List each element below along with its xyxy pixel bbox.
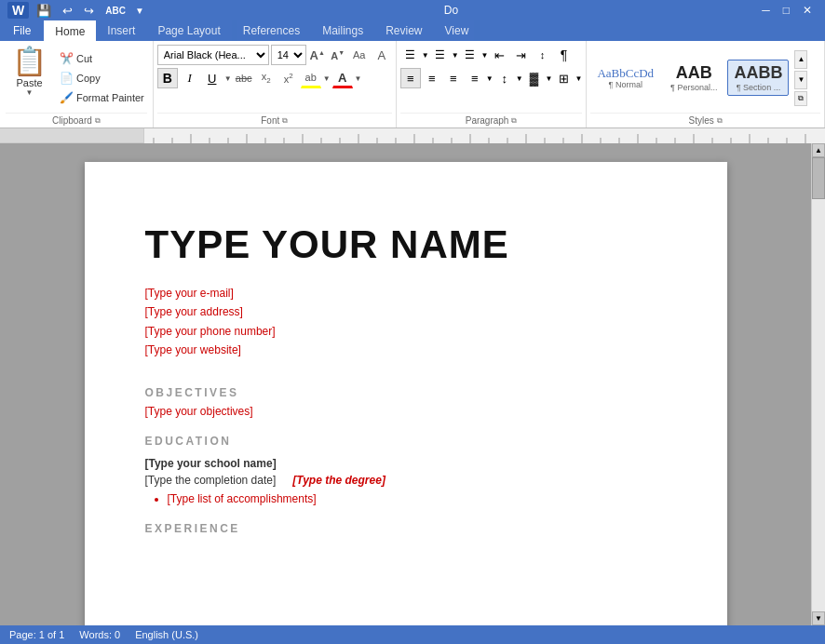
tab-insert[interactable]: Insert bbox=[96, 20, 146, 41]
education-heading: EDUCATION bbox=[145, 435, 667, 448]
font-expand-icon[interactable]: ⧉ bbox=[282, 116, 288, 126]
quick-undo-btn[interactable]: ↩ bbox=[59, 3, 76, 19]
tab-mailings[interactable]: Mailings bbox=[311, 20, 374, 41]
shading-dropdown[interactable]: ▼ bbox=[546, 74, 553, 83]
numbering-dropdown[interactable]: ▼ bbox=[452, 51, 459, 60]
align-center-btn[interactable]: ≡ bbox=[422, 68, 442, 88]
underline-dropdown[interactable]: ▼ bbox=[224, 74, 232, 83]
paste-icon: 📋 bbox=[12, 47, 47, 75]
cut-button[interactable]: ✂️ Cut bbox=[57, 50, 147, 67]
paste-dropdown-icon: ▼ bbox=[26, 88, 34, 97]
doc-scroll-area[interactable]: TYPE YOUR NAME [Type your e-mail] [Type … bbox=[0, 143, 811, 625]
scroll-track[interactable] bbox=[812, 157, 825, 611]
vertical-scrollbar[interactable]: ▲ ▼ bbox=[811, 143, 825, 625]
tab-view[interactable]: View bbox=[434, 20, 480, 41]
style-normal[interactable]: AaBbCcDd ¶ Normal bbox=[590, 62, 660, 94]
show-formatting-btn[interactable]: ¶ bbox=[554, 45, 575, 65]
clipboard-group: 📋 Paste ▼ ✂️ Cut 📄 Copy 🖌️ Format Painte… bbox=[0, 41, 154, 127]
style-normal-preview: AaBbCcDd bbox=[597, 66, 654, 81]
subscript-btn[interactable]: x2 bbox=[256, 68, 277, 88]
styles-expand-icon[interactable]: ⧉ bbox=[717, 116, 723, 126]
multilevel-dropdown[interactable]: ▼ bbox=[481, 51, 489, 60]
format-painter-icon: 🖌️ bbox=[60, 91, 74, 104]
scroll-up-btn[interactable]: ▲ bbox=[812, 143, 825, 157]
tab-file[interactable]: File bbox=[0, 20, 44, 41]
bullets-dropdown[interactable]: ▼ bbox=[422, 51, 429, 60]
font-group: Arial Black (Hea... 14 A▲ A▼ Aa A B I U … bbox=[154, 41, 397, 127]
copy-button[interactable]: 📄 Copy bbox=[57, 70, 147, 87]
quick-spellcheck-btn[interactable]: ABC bbox=[101, 5, 129, 17]
scroll-thumb[interactable] bbox=[812, 157, 825, 199]
font-group-label: Font ⧉ bbox=[157, 113, 392, 127]
bold-btn[interactable]: B bbox=[157, 68, 178, 88]
font-name-select[interactable]: Arial Black (Hea... bbox=[157, 45, 269, 65]
superscript-btn[interactable]: x2 bbox=[278, 68, 299, 88]
address-placeholder: [Type your address] bbox=[145, 302, 667, 321]
clear-format-btn[interactable]: A bbox=[372, 45, 392, 65]
borders-dropdown[interactable]: ▼ bbox=[575, 74, 583, 83]
format-painter-label: Format Painter bbox=[76, 92, 144, 103]
tab-references[interactable]: References bbox=[232, 20, 311, 41]
font-grow-btn[interactable]: A▲ bbox=[308, 45, 327, 65]
strikethrough-btn[interactable]: abc bbox=[234, 68, 254, 88]
styles-group-label: Styles ⧉ bbox=[590, 113, 820, 127]
styles-scroll-down[interactable]: ▼ bbox=[794, 71, 807, 89]
tab-pagelayout[interactable]: Page Layout bbox=[146, 20, 231, 41]
quick-save-btn[interactable]: 💾 bbox=[33, 3, 55, 19]
increase-indent-btn[interactable]: ⇥ bbox=[511, 45, 532, 65]
fontcolor-dropdown[interactable]: ▼ bbox=[355, 74, 362, 83]
format-painter-button[interactable]: 🖌️ Format Painter bbox=[57, 89, 147, 106]
line-spacing-btn[interactable]: ↕ bbox=[494, 68, 515, 88]
bullets-btn[interactable]: ☰ bbox=[400, 45, 421, 65]
ruler-area bbox=[0, 128, 825, 143]
linespace-dropdown[interactable]: ▼ bbox=[516, 74, 523, 83]
font-case-btn[interactable]: Aa bbox=[349, 45, 370, 65]
word-logo: W bbox=[7, 2, 29, 19]
close-btn[interactable]: ✕ bbox=[797, 4, 818, 17]
shading-btn[interactable]: ▓ bbox=[524, 68, 545, 88]
style-nospacing-preview: AAB bbox=[676, 63, 712, 84]
style-no-spacing[interactable]: AAB ¶ Personal... bbox=[664, 60, 724, 97]
accomplishments-list: [Type list of accomplishments] bbox=[168, 492, 667, 505]
font-size-select[interactable]: 14 bbox=[271, 45, 306, 65]
document-page: TYPE YOUR NAME [Type your e-mail] [Type … bbox=[85, 162, 727, 625]
justify-btn[interactable]: ≡ bbox=[465, 68, 485, 88]
align-left-btn[interactable]: ≡ bbox=[400, 68, 421, 88]
experience-heading: EXPERIENCE bbox=[145, 522, 667, 535]
word-count: Words: 0 bbox=[79, 629, 120, 640]
highlight-dropdown[interactable]: ▼ bbox=[323, 74, 331, 83]
tab-review[interactable]: Review bbox=[374, 20, 433, 41]
text-highlight-btn[interactable]: ab bbox=[301, 68, 321, 88]
scroll-down-btn[interactable]: ▼ bbox=[812, 611, 825, 625]
quick-redo-btn[interactable]: ↪ bbox=[80, 3, 98, 19]
font-shrink-btn[interactable]: A▼ bbox=[329, 45, 347, 65]
website-placeholder: [Type your website] bbox=[145, 341, 667, 359]
style-section-preview: AABB bbox=[734, 63, 782, 84]
tab-home[interactable]: Home bbox=[44, 20, 96, 41]
decrease-indent-btn[interactable]: ⇤ bbox=[490, 45, 510, 65]
style-normal-label: ¶ Normal bbox=[609, 80, 642, 89]
styles-more[interactable]: ⧉ bbox=[794, 91, 807, 106]
font-color-btn[interactable]: A bbox=[332, 68, 353, 88]
borders-btn[interactable]: ⊞ bbox=[554, 68, 575, 88]
maximize-btn[interactable]: □ bbox=[778, 4, 795, 17]
minimize-btn[interactable]: ─ bbox=[756, 4, 776, 17]
objectives-content: [Type your objectives] bbox=[145, 405, 667, 418]
multilevel-btn[interactable]: ☰ bbox=[460, 45, 480, 65]
styles-group: AaBbCcDd ¶ Normal AAB ¶ Personal... AABB… bbox=[587, 41, 825, 127]
numbering-btn[interactable]: ☰ bbox=[430, 45, 451, 65]
quick-more-btn[interactable]: ▼ bbox=[133, 5, 146, 17]
styles-scroll-up[interactable]: ▲ bbox=[794, 50, 807, 69]
italic-btn[interactable]: I bbox=[180, 68, 200, 88]
clipboard-group-label: Clipboard ⧉ bbox=[6, 113, 147, 127]
contact-info: [Type your e-mail] [Type your address] [… bbox=[145, 284, 667, 360]
paste-button[interactable]: 📋 Paste ▼ bbox=[6, 45, 53, 111]
objectives-heading: OBJECTIVES bbox=[145, 386, 667, 399]
clipboard-expand-icon[interactable]: ⧉ bbox=[95, 116, 101, 126]
align-right-btn[interactable]: ≡ bbox=[443, 68, 464, 88]
align-dropdown[interactable]: ▼ bbox=[486, 74, 494, 83]
underline-btn[interactable]: U bbox=[202, 68, 223, 88]
paragraph-expand-icon[interactable]: ⧉ bbox=[511, 116, 517, 126]
sort-btn[interactable]: ↕ bbox=[533, 45, 553, 65]
style-section[interactable]: AABB ¶ Section ... bbox=[727, 60, 789, 97]
